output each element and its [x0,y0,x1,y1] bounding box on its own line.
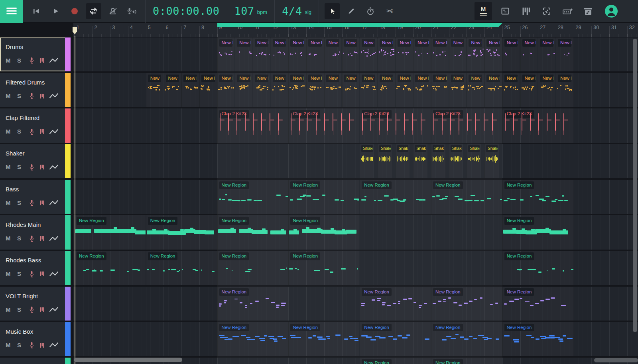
region[interactable]: Shaker [396,144,410,178]
track-header[interactable]: Rhodes BassMS [0,251,71,285]
automation-button[interactable] [49,199,59,207]
region[interactable]: Shaker [378,144,392,178]
solo-button[interactable]: S [17,270,21,278]
region[interactable]: New Region [556,37,573,72]
region[interactable]: Shaker [431,144,445,178]
region[interactable]: New Region [502,322,573,356]
region[interactable]: New Region [431,73,449,107]
track-lane[interactable]: New RegionNew RegionNew RegionNew Region [72,287,638,321]
region[interactable]: Shaker [467,144,481,178]
track-header[interactable]: BassMS [0,180,71,214]
timeline-ruler[interactable]: 1234567891011121314151617181920212223242… [72,23,638,37]
region[interactable]: New Region [520,37,538,72]
vertical-scrollbar[interactable] [633,39,637,332]
region[interactable]: Shaker [360,144,374,178]
mute-button[interactable]: M [6,270,11,278]
track-header[interactable]: MS [0,358,71,364]
mute-button[interactable]: M [6,306,11,314]
instrument-button[interactable] [39,57,45,65]
region[interactable]: Clap 2 Kit23 [502,108,573,143]
region[interactable]: New Region [253,73,270,107]
region[interactable]: New Region [217,73,235,107]
instrument-button[interactable] [39,163,45,171]
region[interactable]: New Region [306,73,324,107]
record-arm-button[interactable] [29,92,34,100]
mute-button[interactable]: M [6,163,11,171]
region[interactable]: New Region [502,180,573,214]
record-arm-button[interactable] [29,270,34,278]
automation-button[interactable] [49,341,59,349]
record-arm-button[interactable] [29,341,34,349]
track-header[interactable]: Music BoxMS [0,322,71,356]
quantize-panel-button[interactable] [539,3,554,19]
region[interactable]: New Region [396,73,413,107]
region[interactable]: New Region [288,73,306,107]
instrument-button[interactable] [39,270,45,278]
mute-button[interactable]: M [6,341,11,349]
region[interactable]: New Region [288,215,359,250]
mute-button[interactable]: M [6,234,11,242]
region[interactable]: New Region [271,37,288,72]
region[interactable]: New Region [360,37,377,72]
instrument-button[interactable] [39,234,45,242]
horizontal-scrollbar[interactable] [74,358,182,362]
region[interactable]: New Region [449,37,467,72]
region[interactable]: New Region [235,73,252,107]
region[interactable]: New Region [431,180,502,214]
region[interactable]: New Region [324,73,342,107]
region[interactable]: New Region [378,73,395,107]
time-signature-display[interactable]: 4/4 sig [275,0,319,23]
main-menu-button[interactable] [0,0,23,23]
track-lane[interactable]: New RegionNew RegionNew RegionNew Region… [72,322,638,356]
region[interactable]: New Region [538,73,555,107]
region[interactable]: New Region [146,215,217,250]
region[interactable]: New Region [360,287,431,321]
region[interactable]: New Region [467,73,484,107]
track-header[interactable]: DrumsMS [0,37,71,72]
track-lane[interactable]: New RegionNew RegionNew RegionNew Region… [72,37,638,72]
region[interactable]: New Region [288,37,306,72]
region[interactable]: Clap 2 Kit23 [217,108,288,143]
track-lane[interactable]: New RegionNew RegionNew RegionNew Region… [72,251,638,285]
solo-button[interactable]: S [17,163,21,171]
region[interactable]: Shaker [449,144,463,178]
solo-button[interactable]: S [17,128,21,136]
region[interactable]: New Region [467,37,484,72]
region[interactable]: New Region [413,73,431,107]
bpm-display[interactable]: 107 bpm [227,0,275,23]
record-button[interactable] [67,3,82,19]
region[interactable]: New Region [378,37,395,72]
mute-button[interactable]: M [6,57,11,65]
mixer-panel-button[interactable]: M [475,2,492,20]
region[interactable]: New Region [413,37,431,72]
region[interactable]: New Region [431,358,502,364]
pedalboard-panel-button[interactable] [560,3,575,19]
metronome-toggle-button[interactable] [105,3,120,19]
region[interactable]: New Region [306,37,324,72]
region[interactable]: New Region [164,73,181,107]
region[interactable]: New Region [146,251,217,285]
loop-toggle-button[interactable] [86,3,101,19]
user-account-button[interactable] [605,4,618,18]
region[interactable]: New Region [360,322,431,356]
region[interactable]: New Region [431,37,449,72]
arrangement-timeline[interactable]: 1234567891011121314151617181920212223242… [72,23,638,364]
track-lane[interactable]: New RegionNew RegionNew RegionNew Region… [72,73,638,107]
track-header[interactable]: Filtered DrumsMS [0,73,71,107]
region[interactable]: New Region [324,37,342,72]
region[interactable]: New Region [484,37,502,72]
region[interactable]: New Region [484,73,502,107]
track-header[interactable]: VOLT BrightMS [0,287,71,321]
region[interactable]: New Region [556,73,573,107]
region[interactable]: New Region [217,251,288,285]
solo-button[interactable]: S [17,199,21,207]
track-lane[interactable]: New RegionNew RegionNew RegionNew Region… [72,180,638,214]
scissors-tool-button[interactable]: ✂ [382,3,397,19]
region[interactable]: New Region [288,180,359,214]
region[interactable]: New Region [217,180,288,214]
solo-button[interactable]: S [17,234,21,242]
solo-button[interactable]: S [17,57,21,65]
region[interactable]: New Region [502,73,520,107]
region[interactable]: New Region [235,37,252,72]
region[interactable]: New Region [502,37,520,72]
